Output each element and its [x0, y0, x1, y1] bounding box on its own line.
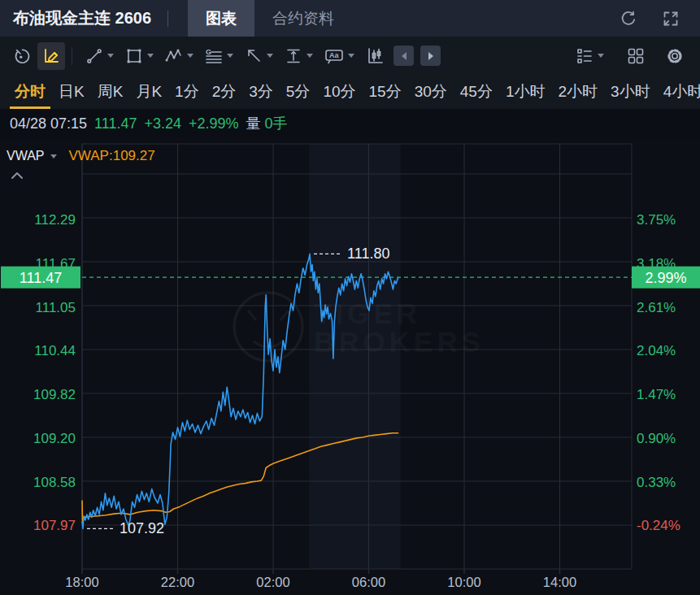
compass-icon	[11, 46, 33, 67]
indicator-list-button[interactable]	[569, 43, 609, 69]
svg-text:2.99%: 2.99%	[645, 270, 686, 286]
title-divider	[167, 11, 168, 27]
drawing-toolbar: G Aa	[0, 37, 700, 75]
chart-canvas[interactable]: TIGERBROKERS111.80107.92112.293.75%111.6…	[0, 138, 700, 595]
timeframe-15分[interactable]: 15分	[363, 75, 408, 109]
vwap-legend-value: VWAP:109.27	[69, 148, 155, 164]
arrow-icon	[243, 46, 264, 67]
time-tick-label: 10:00	[447, 575, 480, 589]
vwap-legend-name: VWAP	[7, 149, 45, 163]
timeframe-1分[interactable]: 1分	[168, 75, 206, 109]
compass-tool-button[interactable]	[7, 43, 37, 69]
svg-text:Aa: Aa	[329, 51, 339, 59]
chevron-down-icon	[348, 54, 354, 58]
timeframe-bar: 分时日K周K月K1分2分3分5分10分15分30分45分1小时2小时3小时4小时…	[0, 75, 700, 109]
svg-text:111.80: 111.80	[347, 245, 389, 262]
arrow-tool-button[interactable]	[238, 43, 278, 69]
time-tick-label: 22:00	[161, 575, 194, 589]
candlestick-tool-button[interactable]	[359, 43, 390, 69]
chevron-down-icon	[598, 54, 604, 58]
grid-layout-icon	[625, 46, 646, 67]
price-tick-label: 108.58	[33, 475, 76, 490]
tiger-brokers-watermark: TIGERBROKERS	[234, 293, 485, 361]
trend-line-tool-button[interactable]	[79, 43, 119, 69]
low-annotation: 107.92	[87, 520, 164, 536]
volume-label: 量	[246, 114, 261, 133]
pct-tick-label: 2.61%	[637, 300, 676, 315]
timeframe-周K[interactable]: 周K	[91, 75, 130, 109]
price-tick-label: 111.05	[36, 300, 76, 315]
pct-tick-label: 2.04%	[637, 343, 676, 358]
wave-tool-button[interactable]	[159, 43, 198, 69]
timeframe-30分[interactable]: 30分	[408, 75, 454, 109]
timeframe-45分[interactable]: 45分	[454, 75, 499, 109]
timeframe-1小时[interactable]: 1小时	[499, 75, 552, 109]
price-tick-label: 109.82	[33, 387, 76, 402]
pct-tick-label: 1.47%	[637, 387, 676, 402]
chevron-right-icon	[427, 51, 435, 61]
svg-text:107.92: 107.92	[120, 520, 164, 536]
timeframe-分时[interactable]: 分时	[8, 75, 52, 109]
gann-tool-button[interactable]: G	[198, 43, 238, 69]
wave-icon	[163, 46, 185, 67]
candlestick-icon	[364, 46, 385, 67]
chart-settings-button[interactable]	[659, 43, 690, 69]
chevron-down-icon	[107, 54, 114, 58]
chevron-down-icon	[50, 154, 57, 159]
chevron-down-icon	[227, 54, 233, 58]
quote-change-pct: +2.99%	[189, 115, 239, 132]
list-icon	[574, 46, 595, 67]
text-bubble-icon: Aa	[323, 46, 346, 67]
text-height-tool-button[interactable]	[278, 43, 318, 69]
fullscreen-icon[interactable]	[661, 9, 680, 28]
price-tick-label: 107.97	[33, 518, 76, 533]
timeframe-月K[interactable]: 月K	[129, 75, 168, 109]
vwap-legend[interactable]: VWAP VWAP:109.27	[7, 148, 155, 164]
quote-datetime: 04/28 07:15	[10, 115, 87, 132]
timeframe-10分[interactable]: 10分	[316, 75, 362, 109]
quote-volume: 0手	[265, 114, 288, 133]
pct-tick-label: 3.75%	[637, 212, 676, 228]
svg-text:BROKERS: BROKERS	[314, 326, 485, 358]
timeframe-日K[interactable]: 日K	[52, 75, 91, 109]
chevron-up-icon	[10, 171, 24, 180]
timeframe-3分[interactable]: 3分	[242, 75, 280, 109]
toolbar-separator	[72, 47, 72, 65]
pan-left-button[interactable]	[393, 46, 414, 66]
trading-app: { "header": { "title": "布油现金主连 2606", "t…	[0, 0, 700, 595]
time-tick-label: 02:00	[256, 575, 289, 589]
time-tick-label: 14:00	[543, 575, 576, 589]
timeframe-5分[interactable]: 5分	[280, 75, 317, 109]
text-note-tool-button[interactable]: Aa	[318, 43, 359, 69]
tab-chart[interactable]: 图表	[188, 0, 254, 37]
timeframe-2分[interactable]: 2分	[206, 75, 243, 109]
draw-pencil-button[interactable]	[37, 42, 65, 70]
timeframe-3小时[interactable]: 3小时	[604, 75, 657, 109]
tab-contract-info[interactable]: 合约资料	[254, 0, 352, 37]
page-title: 布油现金主连 2606	[0, 7, 163, 29]
collapse-panel-button[interactable]	[10, 171, 24, 180]
price-tick-label: 109.20	[33, 431, 76, 446]
pan-right-button[interactable]	[420, 46, 441, 66]
text-height-icon	[283, 46, 304, 67]
chevron-down-icon	[187, 54, 193, 58]
layout-grid-button[interactable]	[620, 43, 651, 69]
svg-text:G: G	[206, 48, 211, 56]
rectangle-tool-button[interactable]	[119, 43, 159, 69]
trend-line-icon	[84, 46, 105, 67]
chevron-down-icon	[267, 54, 273, 58]
rectangle-icon	[124, 46, 145, 67]
pct-tick-label: -0.24%	[637, 518, 680, 533]
timeframe-4小时[interactable]: 4小时	[657, 75, 700, 109]
quote-change: +3.24	[144, 115, 181, 132]
timeframe-2小时[interactable]: 2小时	[552, 75, 605, 109]
quote-info-bar: 04/28 07:15 111.47 +3.24 +2.99% 量 0手	[0, 109, 700, 138]
chevron-down-icon	[147, 54, 154, 58]
refresh-icon[interactable]	[619, 9, 638, 28]
top-bar: 布油现金主连 2606 图表 合约资料	[0, 0, 700, 37]
price-tick-label: 112.29	[34, 212, 76, 228]
time-tick-label: 18:00	[65, 575, 98, 589]
quote-price: 111.47	[94, 115, 137, 132]
gann-icon: G	[203, 46, 224, 67]
pct-tick-label: 0.90%	[637, 431, 676, 446]
